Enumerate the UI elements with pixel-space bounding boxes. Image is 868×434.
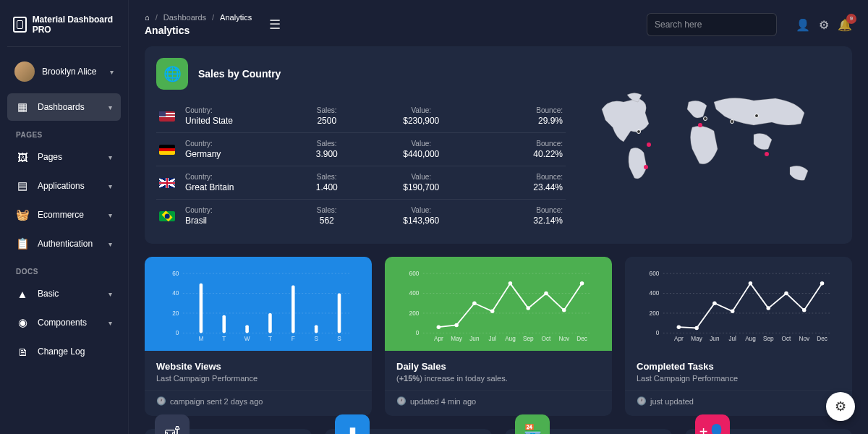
chevron-down-icon: ▾ — [110, 68, 114, 76]
document-icon: 🗎 — [16, 345, 29, 358]
chart-title: Website Views — [156, 361, 360, 372]
svg-text:M: M — [198, 336, 203, 342]
image-icon: 🖼 — [16, 150, 29, 163]
section-docs: DOCS — [7, 259, 121, 280]
svg-text:200: 200 — [409, 310, 420, 317]
svg-text:400: 400 — [409, 290, 420, 297]
user-profile[interactable]: Brooklyn Alice ▾ — [7, 56, 121, 88]
sales-title: Sales by Country — [198, 68, 281, 80]
svg-text:Oct: Oct — [782, 336, 792, 342]
svg-text:Jul: Jul — [488, 336, 496, 342]
sales-by-country-card: 🌐 Sales by Country Country:United State … — [145, 46, 852, 244]
svg-text:Aug: Aug — [505, 336, 516, 342]
svg-text:S: S — [337, 336, 341, 342]
svg-text:Sep: Sep — [763, 336, 774, 342]
clock-icon: 🕐 — [637, 396, 647, 406]
notifications-icon[interactable]: 🔔9 — [838, 18, 852, 32]
svg-rect-10 — [222, 315, 226, 333]
flag-icon — [159, 111, 175, 122]
flag-icon — [159, 178, 175, 188]
basket-icon: 🧺 — [16, 208, 29, 221]
svg-text:Oct: Oct — [542, 336, 552, 342]
table-row: Country:Brasil Sales:562 Value:$143,960 … — [156, 200, 566, 232]
chart-card: 0200400600AprMayJunJulAugSepOctNovDec Da… — [385, 257, 612, 416]
chart-canvas: 0204060MTWTFSS — [145, 257, 372, 351]
clipboard-icon: 📋 — [16, 237, 29, 250]
nav-dashboards[interactable]: ▦ Dashboards ▾ — [7, 93, 121, 121]
topbar: ⌂ / Dashboards / Analytics Analytics ☰ 👤… — [145, 13, 852, 36]
sidebar: Material Dashboard PRO Brooklyn Alice ▾ … — [0, 0, 129, 434]
apps-icon: ▤ — [16, 179, 29, 192]
svg-text:T: T — [222, 336, 226, 342]
svg-text:S: S — [314, 336, 318, 342]
main-content: ⌂ / Dashboards / Analytics Analytics ☰ 👤… — [129, 0, 868, 434]
svg-text:0: 0 — [416, 330, 420, 336]
home-icon[interactable]: ⌂ — [145, 13, 150, 22]
logo-icon — [13, 17, 27, 33]
svg-text:Nov: Nov — [799, 336, 810, 342]
chart-subtitle: Last Campaign Performance — [156, 374, 360, 383]
svg-text:F: F — [292, 336, 295, 342]
world-map[interactable] — [580, 58, 841, 232]
avatar — [14, 61, 35, 82]
svg-text:200: 200 — [650, 310, 660, 317]
svg-text:Nov: Nov — [558, 336, 570, 342]
menu-toggle-icon[interactable]: ☰ — [269, 17, 281, 33]
svg-text:Sep: Sep — [523, 336, 534, 342]
svg-text:Apr: Apr — [674, 336, 684, 342]
settings-icon[interactable]: ⚙ — [819, 18, 829, 32]
svg-text:600: 600 — [650, 271, 660, 277]
chart-subtitle: Last Campaign Performance — [637, 374, 841, 383]
stat-card: 🏪 Revenue 34k — [505, 429, 672, 434]
svg-text:20: 20 — [172, 310, 179, 317]
chevron-down-icon: ▾ — [109, 103, 112, 111]
nav-components[interactable]: ◉ Components ▾ — [7, 309, 121, 336]
nav-authentication[interactable]: 📋 Authentication ▾ — [7, 230, 121, 258]
country-table: Country:United State Sales:2500 Value:$2… — [156, 100, 566, 232]
svg-text:Jul: Jul — [728, 336, 736, 342]
section-pages: PAGES — [7, 122, 121, 143]
svg-text:Apr: Apr — [434, 336, 443, 342]
table-row: Country:Great Britain Sales:1.400 Value:… — [156, 166, 566, 200]
svg-text:0: 0 — [176, 330, 179, 336]
nav-pages[interactable]: 🖼 Pages ▾ — [7, 143, 121, 171]
chevron-down-icon: ▾ — [109, 240, 112, 248]
clock-icon: 🕐 — [156, 396, 166, 406]
page-title: Analytics — [145, 25, 252, 36]
chart-canvas: 0200400600AprMayJunJulAugSepOctNovDec — [625, 257, 852, 351]
chevron-down-icon: ▾ — [109, 319, 112, 327]
flag-icon — [159, 145, 175, 155]
chart-card: 0204060MTWTFSS Website Views Last Campai… — [145, 257, 372, 416]
svg-text:600: 600 — [409, 271, 420, 277]
nav-basic[interactable]: ▲ Basic ▾ — [7, 280, 121, 307]
svg-text:Dec: Dec — [817, 336, 827, 342]
svg-rect-14 — [268, 313, 272, 333]
search-input[interactable] — [647, 13, 777, 36]
nav-applications[interactable]: ▤ Applications ▾ — [7, 172, 121, 200]
svg-text:400: 400 — [650, 290, 660, 297]
notification-badge: 9 — [846, 14, 856, 24]
stat-card: +👤 Followers — [685, 429, 852, 434]
chart-title: Completed Tasks — [637, 361, 841, 372]
svg-rect-20 — [338, 294, 341, 333]
view-icon: ◉ — [16, 316, 29, 329]
nav-changelog[interactable]: 🗎 Change Log — [7, 338, 121, 365]
chart-card: 0200400600AprMayJunJulAugSepOctNovDec Co… — [625, 257, 852, 416]
person-plus-icon: +👤 — [695, 414, 730, 434]
crumb-dashboards[interactable]: Dashboards — [163, 13, 206, 22]
chart-subtitle: (+15%) increase in today sales. — [396, 374, 600, 383]
svg-rect-18 — [315, 325, 318, 333]
chevron-down-icon: ▾ — [109, 290, 112, 298]
settings-fab[interactable]: ⚙ — [826, 392, 855, 421]
chevron-down-icon: ▾ — [109, 153, 112, 161]
svg-rect-16 — [292, 286, 295, 333]
svg-text:T: T — [268, 336, 272, 342]
chart-footer: 🕐campaign sent 2 days ago — [145, 390, 372, 416]
stat-card: 🛋 Bookings 281 — [145, 429, 312, 434]
breadcrumb: ⌂ / Dashboards / Analytics — [145, 13, 252, 22]
account-icon[interactable]: 👤 — [796, 18, 810, 32]
svg-text:Jun: Jun — [710, 336, 720, 342]
brand-logo[interactable]: Material Dashboard PRO — [7, 12, 121, 47]
nav-ecommerce[interactable]: 🧺 Ecommerce ▾ — [7, 201, 121, 229]
svg-text:40: 40 — [172, 290, 179, 297]
